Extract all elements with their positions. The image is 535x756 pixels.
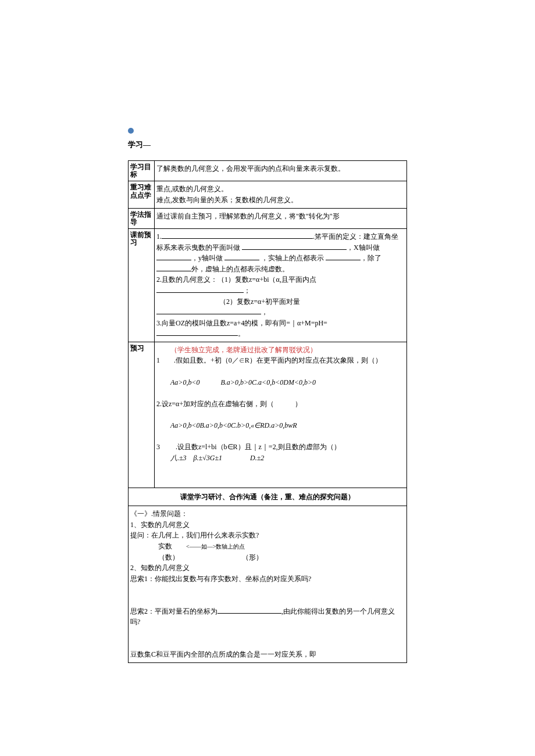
b-p7: 思索1：你能找出复数与有序实数对、坐标点的对应关系吗? [130,575,311,583]
row5-content: （学生独立完成，老牌通过批改了解胃驳状况） 1 .假如且数。+初（0／∈R）在更… [155,342,407,488]
b-p1: 《一》.情景问题： [130,510,188,518]
blank [156,285,244,293]
blank [156,264,191,271]
r5-q1: 1 .假如且数。+初（0／∈R）在更平面内的对应点在其次象限，则（） [156,356,382,364]
bottom-content: 《一》.情景问题： 1、实数的几何意义 提问：在几何上，我们用什么来表示实数? … [129,506,407,662]
row4-header: 课前预习 [129,228,155,342]
blank [217,606,281,614]
blank [242,242,347,250]
r5-q2: 2.设z=α+加对应的点在虚轴右侧，则（ ） [156,400,302,408]
row5-header: 预习 [129,342,155,488]
b-p9: 豆数集C和豆平面内全部的点所成的集合是一一对应关系，即 [130,650,316,658]
r4-1e: ，实轴上的点都表示 [259,254,324,262]
r5-q3: 3 .设且数z=l+bi（b∈R）且｜z｜=2,则且数的虚部为（） [156,443,341,451]
b-p6: 2、知数的几何意义 [130,564,190,572]
r4-2d: ， [261,308,268,316]
r4-1a: 1. [156,232,162,241]
blank [156,328,238,336]
b-p4a: 实数 [130,542,172,550]
r4-1g: 外，虚轴上的点都表示纯虚数。 [191,265,289,273]
r5-q2-opts: Aa>0,b<0B.a>0,b<0C.b>0,«∈RD.a>0,bwR [156,420,405,431]
blank [156,307,261,314]
r4-2a: 2.且数的几何意义：（1）复数z=α+bi（α,且平面内点 [156,275,316,284]
blank [156,253,191,260]
b-p5a: （数） [130,553,179,561]
row1-content: 了解奥数的几何意义，会用发平面内的点和向量来表示复数。 [155,161,407,181]
r5-q1-opts: Aa>0,b<0 B.a>0,b>0C.a<0,b<0DM<0,b>0 [156,377,405,388]
blank [224,253,259,260]
blank [326,253,361,260]
b-p4b: <——如—>数轴上的点 [186,543,245,550]
blank [162,231,313,239]
row2-header: 重习难点点学 [129,181,155,208]
r4-1f: ，除了 [361,254,381,262]
row2-line2: 难点,发数与向量的关系；复数模的几何意义。 [156,196,298,204]
row3-content: 通过课前自主预习，理解笫数的几何意义，将"数"转化为"形 [155,208,407,228]
r4-1c: ，X轴叫做 [347,243,380,252]
row2-content: 重点,或数的几何意义。 难点,发数与向量的关系；复数模的几何意义。 [155,181,407,208]
b-p2: 1、实数的几何意义 [130,521,190,529]
row1-header: 学习目标 [129,161,155,181]
r4-2b: ； [244,286,251,295]
r4-1d: ，y轴叫做 [191,254,223,262]
row3-header: 学法指导 [129,208,155,228]
lesson-table: 学习目标 了解奥数的几何意义，会用发平面内的点和向量来表示复数。 重习难点点学 … [128,160,407,663]
row2-line1: 重点,或数的几何意义。 [156,185,228,193]
r4-2c: （2）复数z=α+初平面对量 [156,298,300,306]
r5-red: （学生独立完成，老牌通过批改了解胃驳状况） [156,345,405,356]
section-divider: 课堂学习研讨、合作沟通（备注，重、难点的探究问题） [129,488,407,506]
r5-q3-opts: 八.±3 β.±√3G±1 D.±2 [156,453,405,464]
b-p8a: 思索2：平面对量石的坐标为 [130,607,217,615]
b-p5b: （形） [179,553,263,561]
bullet-icon [128,128,134,134]
row4-content: 1..笫平面的定义：建立直角坐标系来表示曳数的平面叫做 ，X轴叫做 ，y轴叫做 … [155,228,407,342]
b-p3: 提问：在几何上，我们用什么来表示实数? [130,531,259,539]
r4-3a: 3.向量OZ的模叫做且数z=a+4的模，即有同=｜α+M=pH= [156,319,327,327]
page-title: 学习— [128,139,407,150]
r4-3b: 。 [238,329,245,338]
